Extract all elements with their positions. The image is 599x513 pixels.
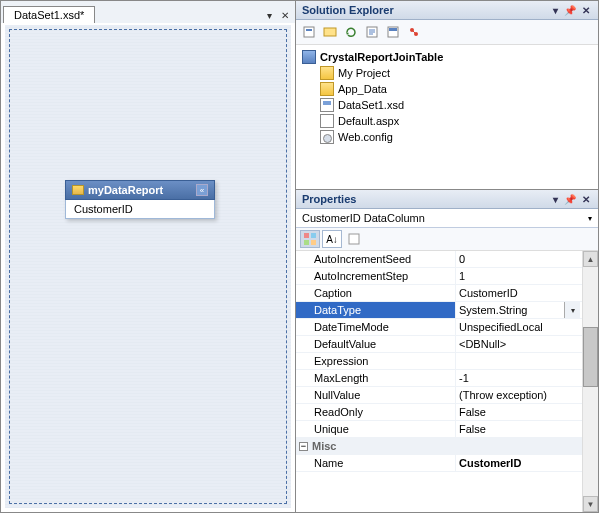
scrollbar[interactable]: ▲ ▼ xyxy=(582,251,598,512)
project-icon xyxy=(302,50,316,64)
panel-menu-icon[interactable]: ▾ xyxy=(551,5,560,16)
tree-item[interactable]: Default.aspx xyxy=(302,113,592,129)
project-node[interactable]: CrystalReportJoinTable xyxy=(302,49,592,65)
data-table-icon xyxy=(72,185,84,195)
data-column-cell[interactable]: CustomerID xyxy=(65,200,215,219)
tree-item-label: Default.aspx xyxy=(338,115,399,127)
scroll-up-icon[interactable]: ▲ xyxy=(583,251,598,267)
panel-pin-icon[interactable]: 📌 xyxy=(562,5,578,16)
panel-close-icon[interactable]: ✕ xyxy=(580,5,592,16)
property-row[interactable]: NameCustomerID xyxy=(296,455,582,472)
data-table-header[interactable]: myDataReport « xyxy=(65,180,215,200)
tab-close-icon[interactable]: ✕ xyxy=(279,9,291,21)
tab-menu-icon[interactable]: ▾ xyxy=(263,9,275,21)
svg-rect-1 xyxy=(306,29,312,31)
refresh-icon[interactable] xyxy=(342,23,360,41)
properties-header: Properties ▾ 📌 ✕ xyxy=(296,190,598,209)
collapse-toggle-icon[interactable]: − xyxy=(299,442,308,451)
property-row[interactable]: MaxLength-1 xyxy=(296,370,582,387)
file-icon xyxy=(320,82,334,96)
property-grid: AutoIncrementSeed0AutoIncrementStep1Capt… xyxy=(296,251,598,512)
file-icon xyxy=(320,114,334,128)
property-name: Unique xyxy=(296,421,456,437)
file-icon xyxy=(320,130,334,144)
file-icon xyxy=(320,66,334,80)
view-code-icon[interactable] xyxy=(363,23,381,41)
property-object-selector[interactable]: CustomerID DataColumn ▾ xyxy=(296,209,598,228)
document-tab[interactable]: DataSet1.xsd* xyxy=(3,6,95,23)
properties-page-icon[interactable] xyxy=(344,230,364,248)
tree-item[interactable]: My Project xyxy=(302,65,592,81)
tab-title: DataSet1.xsd* xyxy=(14,9,84,21)
solution-tree: CrystalReportJoinTable My ProjectApp_Dat… xyxy=(296,45,598,149)
tree-item-label: App_Data xyxy=(338,83,387,95)
property-row[interactable]: UniqueFalse xyxy=(296,421,582,438)
property-value[interactable]: CustomerID xyxy=(456,285,582,301)
tree-item-label: My Project xyxy=(338,67,390,79)
panel-title: Properties xyxy=(302,193,356,205)
property-name: DateTimeMode xyxy=(296,319,456,335)
property-row[interactable]: Expression xyxy=(296,353,582,370)
property-value[interactable]: <DBNull> xyxy=(456,336,582,352)
property-row[interactable]: AutoIncrementStep1 xyxy=(296,268,582,285)
alphabetical-icon[interactable]: A↓ xyxy=(322,230,342,248)
property-name: DataType xyxy=(296,302,456,318)
tree-item[interactable]: Web.config xyxy=(302,129,592,145)
categorized-icon[interactable] xyxy=(300,230,320,248)
property-value[interactable]: 1 xyxy=(456,268,582,284)
file-icon xyxy=(320,98,334,112)
dropdown-button[interactable]: ▾ xyxy=(564,302,580,318)
property-row[interactable]: CaptionCustomerID xyxy=(296,285,582,302)
scroll-thumb[interactable] xyxy=(583,327,598,387)
property-value[interactable]: CustomerID xyxy=(456,455,582,471)
property-row[interactable]: NullValue(Throw exception) xyxy=(296,387,582,404)
tree-item[interactable]: DataSet1.xsd xyxy=(302,97,592,113)
collapse-icon[interactable]: « xyxy=(196,184,208,196)
property-name: ReadOnly xyxy=(296,404,456,420)
svg-rect-11 xyxy=(311,240,316,245)
property-value[interactable]: UnspecifiedLocal xyxy=(456,319,582,335)
property-name: Caption xyxy=(296,285,456,301)
panel-close-icon[interactable]: ✕ xyxy=(580,194,592,205)
property-name: Name xyxy=(296,455,456,471)
property-value[interactable]: System.String▾ xyxy=(456,302,582,318)
svg-rect-5 xyxy=(389,28,397,31)
data-table-widget[interactable]: myDataReport « CustomerID xyxy=(65,180,215,219)
property-row[interactable]: DefaultValue<DBNull> xyxy=(296,336,582,353)
chevron-down-icon[interactable]: ▾ xyxy=(588,214,592,223)
show-all-icon[interactable] xyxy=(321,23,339,41)
properties-toolbar: A↓ xyxy=(296,228,598,251)
property-name: Expression xyxy=(296,353,456,369)
property-value[interactable]: 0 xyxy=(456,251,582,267)
document-tab-strip: DataSet1.xsd* ▾ ✕ xyxy=(1,1,295,23)
property-row[interactable]: DataTypeSystem.String▾ xyxy=(296,302,582,319)
xsd-designer-surface[interactable]: myDataReport « CustomerID xyxy=(3,25,293,510)
tree-item[interactable]: App_Data xyxy=(302,81,592,97)
svg-rect-8 xyxy=(304,233,309,238)
selected-object: CustomerID DataColumn xyxy=(302,212,425,224)
svg-rect-10 xyxy=(304,240,309,245)
panel-pin-icon[interactable]: 📌 xyxy=(562,194,578,205)
property-value[interactable]: False xyxy=(456,421,582,437)
property-name: DefaultValue xyxy=(296,336,456,352)
view-designer-icon[interactable] xyxy=(384,23,402,41)
svg-rect-9 xyxy=(311,233,316,238)
svg-rect-0 xyxy=(304,27,314,37)
property-value[interactable]: (Throw exception) xyxy=(456,387,582,403)
tree-item-label: DataSet1.xsd xyxy=(338,99,404,111)
property-value[interactable]: False xyxy=(456,404,582,420)
property-row[interactable]: ReadOnlyFalse xyxy=(296,404,582,421)
view-diagram-icon[interactable] xyxy=(405,23,423,41)
svg-rect-2 xyxy=(324,28,336,36)
property-row[interactable]: DateTimeModeUnspecifiedLocal xyxy=(296,319,582,336)
property-value[interactable]: -1 xyxy=(456,370,582,386)
property-value[interactable] xyxy=(456,353,582,369)
property-name: AutoIncrementSeed xyxy=(296,251,456,267)
scroll-down-icon[interactable]: ▼ xyxy=(583,496,598,512)
panel-menu-icon[interactable]: ▾ xyxy=(551,194,560,205)
property-category[interactable]: −Misc xyxy=(296,438,582,455)
solution-explorer-header: Solution Explorer ▾ 📌 ✕ xyxy=(296,1,598,20)
property-row[interactable]: AutoIncrementSeed0 xyxy=(296,251,582,268)
properties-icon[interactable] xyxy=(300,23,318,41)
data-table-name: myDataReport xyxy=(88,184,163,196)
